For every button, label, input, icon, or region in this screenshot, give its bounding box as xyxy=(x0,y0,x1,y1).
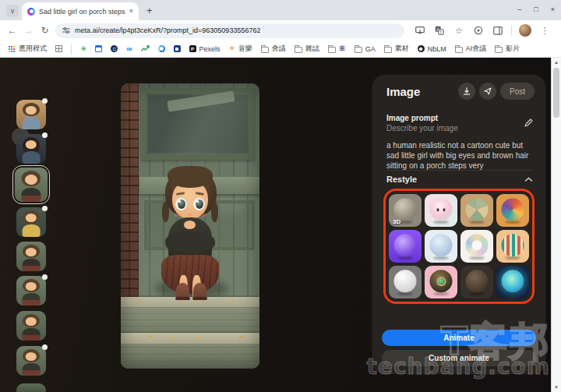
bookmark-folder-video[interactable]: 影片 xyxy=(495,44,520,54)
scroll-down-arrow[interactable]: ▼ xyxy=(552,383,561,392)
chevron-down-icon: ∨ xyxy=(10,7,16,15)
bookmark-nblm[interactable]: NbLM xyxy=(418,45,446,53)
bookmark-folder-assets[interactable]: 素材 xyxy=(384,44,409,54)
post-button[interactable]: Post xyxy=(500,83,535,100)
tab-title: Sad little girl on porch steps | xyxy=(39,8,125,16)
folder-icon xyxy=(355,47,362,53)
bookmark-star-icon[interactable]: ☆ xyxy=(453,24,465,37)
lens-search-icon[interactable] xyxy=(472,24,485,37)
bookmark-green-app[interactable]: ✳ xyxy=(80,45,86,53)
forward-button[interactable]: → xyxy=(23,26,34,35)
thumbnail-variant-6[interactable] xyxy=(16,276,46,305)
meta-infinity-icon: ∞ xyxy=(126,45,132,53)
bookmark-folder-magazine[interactable]: 雜誌 xyxy=(295,44,319,54)
bookmark-folder-meetings[interactable]: 會議 xyxy=(261,44,286,54)
thumbnail-variant-1[interactable] xyxy=(16,100,46,129)
status-dot xyxy=(42,206,48,211)
site-settings-icon[interactable] xyxy=(62,26,70,34)
bookmark-trend[interactable] xyxy=(141,45,150,52)
status-dot xyxy=(42,132,48,138)
thumbnail-art xyxy=(16,207,46,237)
restyle-style-kawaii[interactable] xyxy=(425,194,457,227)
bookmark-calendar[interactable] xyxy=(95,45,102,52)
new-tab-button[interactable]: + xyxy=(146,5,153,16)
thumbnail-variant-9-partial[interactable] xyxy=(16,383,46,392)
thumbnail-art xyxy=(16,242,46,271)
restyle-style-ornate[interactable] xyxy=(425,266,457,298)
generated-image[interactable] xyxy=(121,83,259,369)
thumbnail-variant-3-selected[interactable] xyxy=(15,168,48,202)
folder-icon xyxy=(328,47,336,53)
download-button[interactable] xyxy=(458,83,475,100)
toolbar-actions: A文 ☆ ⋮ xyxy=(414,24,551,37)
bookmark-circle-app[interactable] xyxy=(111,45,118,52)
translate-icon[interactable]: A文 xyxy=(433,24,446,37)
toolbar-separator xyxy=(511,25,512,36)
thumbnail-art xyxy=(16,346,46,376)
edit-prompt-icon[interactable] xyxy=(524,118,533,127)
page-scrollbar[interactable]: ▲ ▼ xyxy=(551,58,561,392)
style-sphere xyxy=(466,198,489,221)
restyle-style-retro-stripes[interactable] xyxy=(496,230,529,263)
restyle-style-papercraft[interactable] xyxy=(460,194,493,227)
thumbnail-variant-4[interactable] xyxy=(16,207,46,237)
thumbnail-variant-7[interactable] xyxy=(16,311,46,341)
restyle-style-3d[interactable]: 3D xyxy=(389,194,422,227)
bookmark-folder-ga[interactable]: GA xyxy=(355,45,376,53)
minimize-button[interactable]: – xyxy=(517,6,521,13)
tab-search-button[interactable]: ∨ xyxy=(6,5,19,17)
side-panel-icon[interactable] xyxy=(492,24,504,37)
restyle-style-low-poly[interactable] xyxy=(389,230,422,263)
active-tab[interactable]: Sad little girl on porch steps | × xyxy=(22,2,139,20)
custom-animate-button[interactable]: Custom animate xyxy=(382,350,536,366)
svg-text:文: 文 xyxy=(439,30,443,34)
maximize-button[interactable]: □ xyxy=(534,6,538,13)
bookmark-music[interactable]: ☀音樂 xyxy=(229,44,252,54)
squares-icon xyxy=(55,45,62,52)
bookmark-navy-app[interactable] xyxy=(174,45,181,52)
restyle-style-monochrome[interactable] xyxy=(389,266,422,298)
scroll-up-arrow[interactable]: ▲ xyxy=(552,58,561,67)
bookmark-folder-ai-meeting[interactable]: AI會議 xyxy=(455,44,487,54)
style-sphere xyxy=(466,234,489,256)
thumbnail-art xyxy=(16,311,46,341)
bookmark-swirl-app[interactable] xyxy=(158,45,165,52)
kebab-menu-icon[interactable]: ⋮ xyxy=(538,24,551,37)
apps-grid-icon xyxy=(9,46,10,48)
restyle-style-collage[interactable] xyxy=(460,230,493,263)
trend-chart-icon xyxy=(141,45,150,52)
share-button[interactable] xyxy=(479,83,496,100)
tab-strip: ∨ Sad little girl on porch steps | × + –… xyxy=(0,0,561,20)
animate-button[interactable]: Animate xyxy=(382,330,536,346)
thumbnail-art xyxy=(15,168,48,202)
style-sphere xyxy=(430,270,453,292)
window-close-button[interactable]: × xyxy=(551,6,555,13)
bookmark-pexels[interactable]: Pexels xyxy=(189,45,221,53)
thumbnail-variant-2[interactable] xyxy=(16,134,46,164)
style-sphere xyxy=(430,234,453,256)
tab-close-icon[interactable]: × xyxy=(129,8,133,15)
restyle-style-psychedelic[interactable] xyxy=(496,194,529,227)
bookmarks-separator xyxy=(71,44,72,55)
thumbnail-variant-5[interactable] xyxy=(16,242,46,271)
back-button[interactable]: ← xyxy=(6,26,18,35)
profile-avatar[interactable] xyxy=(519,24,531,37)
restyle-style-neon-glow[interactable] xyxy=(496,266,529,298)
bookmark-squares[interactable] xyxy=(55,45,62,52)
restyle-style-matte-clay[interactable] xyxy=(460,266,493,298)
bookmark-folder-car[interactable]: 車 xyxy=(328,44,346,54)
bookmark-apps[interactable]: 應用程式 xyxy=(8,44,47,54)
scrollbar-thumb[interactable] xyxy=(553,68,559,118)
bookmark-meta[interactable]: ∞ xyxy=(126,45,132,53)
thumbnail-variant-8[interactable] xyxy=(16,346,46,376)
restyle-style-watercolor[interactable] xyxy=(425,230,457,263)
reload-button[interactable]: ↻ xyxy=(39,26,51,35)
send-to-device-icon[interactable] xyxy=(414,24,426,37)
calendar-icon xyxy=(95,45,102,52)
prompt-text[interactable]: a human realistic not a cartoon cute but… xyxy=(386,140,531,171)
status-dot xyxy=(42,98,48,104)
prompt-placeholder: Describe your image xyxy=(386,124,533,132)
address-bar[interactable]: meta.ai/create/lp4pt3ceKxR/?prompt_id=96… xyxy=(55,23,404,38)
chevron-up-icon[interactable] xyxy=(524,177,533,182)
thumbnail-art xyxy=(16,134,46,164)
